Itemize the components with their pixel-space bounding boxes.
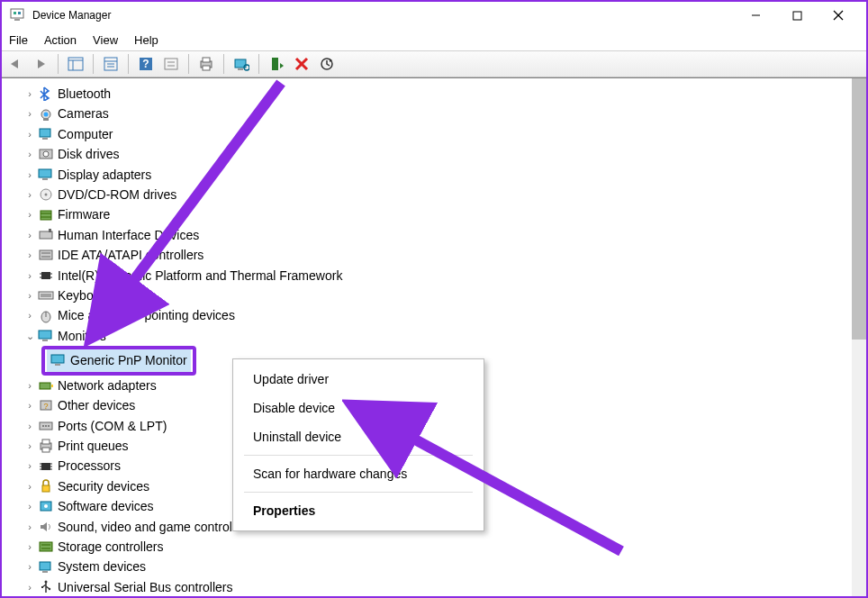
tree-item-label: Human Interface Devices — [58, 225, 199, 245]
ctx-disable-device[interactable]: Disable device — [233, 394, 484, 422]
sound-icon — [38, 520, 54, 534]
tree-item-label: IDE ATA/ATAPI controllers — [58, 245, 203, 265]
svg-rect-46 — [40, 250, 52, 259]
update-driver-button[interactable] — [317, 54, 337, 74]
tree-item[interactable]: ›Human Interface Devices — [23, 225, 861, 245]
toolbar-icon[interactable] — [161, 54, 181, 74]
tree-item[interactable]: ›Mice and other pointing devices — [23, 305, 861, 325]
tree-item[interactable]: ›Keyboards — [23, 285, 861, 305]
toolbar-separator — [223, 54, 224, 74]
expand-icon[interactable]: › — [23, 557, 36, 576]
svg-rect-87 — [40, 562, 50, 570]
svg-rect-33 — [40, 129, 50, 137]
close-button[interactable] — [818, 2, 859, 29]
menu-action[interactable]: Action — [44, 33, 77, 47]
selection-highlight: Generic PnP Monitor — [41, 346, 196, 375]
bluetooth-icon — [38, 86, 54, 101]
expand-icon[interactable]: › — [23, 537, 36, 557]
tree-item[interactable]: ›System devices — [23, 557, 861, 576]
menu-view[interactable]: View — [93, 33, 118, 47]
menu-help[interactable]: Help — [134, 33, 158, 47]
tree-item-monitors[interactable]: ⌄ Monitors — [23, 326, 861, 346]
system-icon — [38, 560, 54, 575]
disk-icon — [38, 147, 54, 161]
tree-item-label: Software devices — [58, 496, 154, 516]
expand-icon[interactable]: › — [23, 376, 36, 395]
show-hide-tree-button[interactable] — [66, 54, 86, 74]
svg-rect-41 — [41, 211, 51, 220]
enable-button[interactable] — [267, 54, 286, 74]
svg-rect-34 — [42, 138, 48, 140]
expand-icon[interactable]: › — [23, 104, 36, 123]
tree-item[interactable]: ›Storage controllers — [23, 537, 861, 557]
expand-icon[interactable]: › — [23, 577, 36, 596]
tree-item[interactable]: ›Universal Serial Bus controllers — [23, 577, 861, 596]
usb-icon — [38, 580, 54, 594]
expand-icon[interactable]: › — [23, 245, 36, 265]
expand-icon[interactable]: › — [23, 517, 36, 537]
tree-item[interactable]: ›Intel(R) Dynamic Platform and Thermal F… — [23, 266, 861, 285]
tree-item[interactable]: ›IDE ATA/ATAPI controllers — [23, 245, 861, 265]
tree-item-label: System devices — [58, 557, 146, 576]
ctx-properties[interactable]: Properties — [233, 496, 484, 525]
vertical-scrollbar[interactable] — [852, 78, 866, 596]
collapse-icon[interactable]: ⌄ — [23, 326, 36, 346]
print-button[interactable] — [196, 54, 216, 74]
help-button[interactable]: ? — [136, 54, 156, 74]
svg-rect-8 — [68, 58, 83, 70]
ctx-update-driver[interactable]: Update driver — [233, 365, 484, 394]
maximize-button[interactable] — [776, 2, 818, 29]
expand-icon[interactable]: › — [23, 185, 36, 204]
tree-item-label: Ports (COM & LPT) — [58, 416, 167, 436]
tree-item-label: Keyboards — [58, 285, 118, 305]
svg-rect-5 — [793, 12, 801, 20]
ctx-uninstall-device[interactable]: Uninstall device — [233, 422, 484, 451]
tree-item-label: Intel(R) Dynamic Platform and Thermal Fr… — [58, 266, 342, 285]
minimize-button[interactable] — [735, 2, 776, 29]
forward-button[interactable] — [31, 54, 50, 74]
tree-item[interactable]: ›Bluetooth — [23, 84, 861, 104]
ctx-separator — [244, 455, 473, 456]
cpu-icon — [38, 459, 54, 474]
app-icon — [9, 7, 25, 23]
back-button[interactable] — [5, 54, 25, 74]
ctx-scan-hardware[interactable]: Scan for hardware changes — [233, 459, 484, 488]
svg-rect-21 — [203, 58, 210, 62]
expand-icon[interactable]: › — [23, 285, 36, 305]
menu-file[interactable]: File — [9, 33, 28, 47]
svg-rect-74 — [41, 463, 50, 470]
scroll-thumb[interactable] — [852, 78, 866, 340]
properties-button[interactable] — [101, 54, 121, 74]
svg-rect-45 — [49, 229, 51, 232]
tree-item[interactable]: ›Firmware — [23, 204, 861, 224]
tree-item[interactable]: ›DVD/CD-ROM drives — [23, 185, 861, 204]
tree-item[interactable]: ›Disk drives — [23, 144, 861, 164]
toolbar: ? — [2, 50, 866, 77]
expand-icon[interactable]: › — [23, 456, 36, 476]
tree-item[interactable]: ›Computer — [23, 124, 861, 144]
expand-icon[interactable]: › — [23, 124, 36, 144]
scan-hardware-button[interactable] — [231, 54, 251, 74]
keyboard-icon — [38, 288, 54, 303]
svg-rect-49 — [41, 272, 50, 279]
expand-icon[interactable]: › — [23, 144, 36, 164]
expand-icon[interactable]: › — [23, 305, 36, 325]
tree-item[interactable]: ›Cameras — [23, 104, 861, 123]
expand-icon[interactable]: › — [23, 266, 36, 285]
tree-item[interactable]: ›Display adapters — [23, 165, 861, 185]
tree-item-label: Storage controllers — [58, 537, 164, 557]
toolbar-separator — [188, 54, 189, 74]
expand-icon[interactable]: › — [23, 225, 36, 245]
svg-point-69 — [45, 425, 47, 427]
expand-icon[interactable]: › — [23, 165, 36, 185]
expand-icon[interactable]: › — [23, 476, 36, 496]
expand-icon[interactable]: › — [23, 436, 36, 456]
expand-icon[interactable]: › — [23, 84, 36, 104]
expand-icon[interactable]: › — [23, 395, 36, 415]
disable-button[interactable] — [292, 54, 312, 74]
expand-icon[interactable]: › — [23, 204, 36, 224]
tree-item-label: Universal Serial Bus controllers — [58, 577, 233, 596]
expand-icon[interactable]: › — [23, 416, 36, 436]
mouse-icon — [38, 309, 54, 323]
expand-icon[interactable]: › — [23, 496, 36, 516]
